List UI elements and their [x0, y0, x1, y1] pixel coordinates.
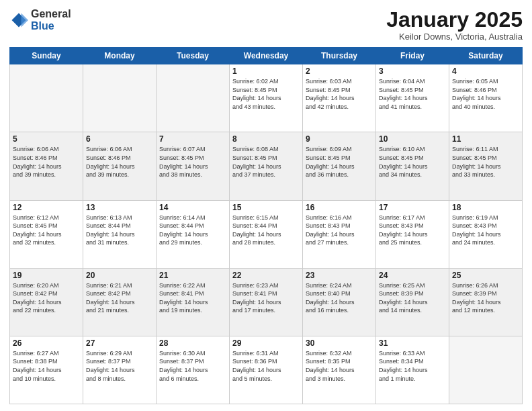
calendar-cell: 24Sunrise: 6:25 AM Sunset: 8:39 PM Dayli… — [376, 268, 449, 336]
week-row-3: 12Sunrise: 6:12 AM Sunset: 8:45 PM Dayli… — [10, 200, 523, 268]
calendar-cell: 14Sunrise: 6:14 AM Sunset: 8:44 PM Dayli… — [157, 200, 230, 268]
day-number: 2 — [306, 66, 373, 76]
day-info: Sunrise: 6:06 AM Sunset: 8:46 PM Dayligh… — [86, 145, 153, 179]
month-title: January 2025 — [386, 8, 523, 32]
day-number: 9 — [306, 134, 373, 144]
day-info: Sunrise: 6:07 AM Sunset: 8:45 PM Dayligh… — [159, 145, 226, 179]
logo-text: General Blue — [31, 8, 71, 32]
header: General Blue January 2025 Keilor Downs, … — [9, 8, 523, 42]
calendar-cell: 28Sunrise: 6:30 AM Sunset: 8:37 PM Dayli… — [157, 336, 230, 404]
calendar: SundayMondayTuesdayWednesdayThursdayFrid… — [9, 47, 523, 404]
calendar-cell: 26Sunrise: 6:27 AM Sunset: 8:38 PM Dayli… — [10, 336, 83, 404]
day-info: Sunrise: 6:31 AM Sunset: 8:36 PM Dayligh… — [232, 349, 300, 383]
calendar-cell — [157, 64, 230, 132]
day-info: Sunrise: 6:03 AM Sunset: 8:45 PM Dayligh… — [306, 77, 373, 111]
location: Keilor Downs, Victoria, Australia — [386, 32, 523, 42]
page: General Blue January 2025 Keilor Downs, … — [0, 0, 532, 411]
calendar-cell: 5Sunrise: 6:06 AM Sunset: 8:46 PM Daylig… — [10, 132, 83, 200]
day-number: 31 — [379, 338, 446, 348]
day-info: Sunrise: 6:25 AM Sunset: 8:39 PM Dayligh… — [379, 281, 446, 315]
calendar-cell — [10, 64, 83, 132]
calendar-cell: 27Sunrise: 6:29 AM Sunset: 8:37 PM Dayli… — [83, 336, 157, 404]
calendar-cell — [449, 336, 523, 404]
calendar-cell: 13Sunrise: 6:13 AM Sunset: 8:44 PM Dayli… — [83, 200, 157, 268]
calendar-cell — [83, 64, 157, 132]
week-row-2: 5Sunrise: 6:06 AM Sunset: 8:46 PM Daylig… — [10, 132, 523, 200]
day-number: 4 — [452, 66, 519, 76]
day-info: Sunrise: 6:12 AM Sunset: 8:45 PM Dayligh… — [13, 214, 80, 247]
weekday-header-saturday: Saturday — [449, 48, 523, 64]
day-number: 7 — [159, 134, 226, 144]
day-number: 1 — [232, 66, 300, 76]
calendar-cell: 31Sunrise: 6:33 AM Sunset: 8:34 PM Dayli… — [376, 336, 449, 404]
day-info: Sunrise: 6:04 AM Sunset: 8:45 PM Dayligh… — [379, 77, 446, 111]
day-number: 16 — [306, 203, 373, 212]
calendar-cell: 10Sunrise: 6:10 AM Sunset: 8:45 PM Dayli… — [376, 132, 449, 200]
calendar-cell: 1Sunrise: 6:02 AM Sunset: 8:45 PM Daylig… — [230, 64, 303, 132]
day-number: 25 — [452, 271, 519, 280]
day-number: 18 — [452, 203, 519, 212]
day-number: 11 — [452, 134, 519, 144]
day-info: Sunrise: 6:32 AM Sunset: 8:35 PM Dayligh… — [306, 349, 373, 383]
day-info: Sunrise: 6:30 AM Sunset: 8:37 PM Dayligh… — [159, 349, 226, 383]
calendar-cell: 18Sunrise: 6:19 AM Sunset: 8:43 PM Dayli… — [449, 200, 523, 268]
weekday-header-wednesday: Wednesday — [230, 48, 303, 64]
day-info: Sunrise: 6:21 AM Sunset: 8:42 PM Dayligh… — [86, 281, 153, 315]
day-info: Sunrise: 6:14 AM Sunset: 8:44 PM Dayligh… — [159, 214, 226, 247]
calendar-cell: 8Sunrise: 6:08 AM Sunset: 8:45 PM Daylig… — [230, 132, 303, 200]
calendar-cell: 3Sunrise: 6:04 AM Sunset: 8:45 PM Daylig… — [376, 64, 449, 132]
day-number: 14 — [159, 203, 226, 212]
day-info: Sunrise: 6:24 AM Sunset: 8:40 PM Dayligh… — [306, 281, 373, 315]
day-number: 5 — [13, 134, 80, 144]
day-number: 30 — [306, 338, 373, 348]
day-number: 10 — [379, 134, 446, 144]
day-info: Sunrise: 6:05 AM Sunset: 8:46 PM Dayligh… — [452, 77, 519, 111]
day-info: Sunrise: 6:13 AM Sunset: 8:44 PM Dayligh… — [86, 214, 153, 247]
day-info: Sunrise: 6:26 AM Sunset: 8:39 PM Dayligh… — [452, 281, 519, 315]
day-number: 13 — [86, 203, 153, 212]
day-info: Sunrise: 6:10 AM Sunset: 8:45 PM Dayligh… — [379, 145, 446, 179]
calendar-cell: 19Sunrise: 6:20 AM Sunset: 8:42 PM Dayli… — [10, 268, 83, 336]
day-number: 20 — [86, 271, 153, 280]
logo-icon — [9, 11, 28, 30]
day-number: 29 — [232, 338, 300, 348]
calendar-cell: 17Sunrise: 6:17 AM Sunset: 8:43 PM Dayli… — [376, 200, 449, 268]
calendar-cell: 29Sunrise: 6:31 AM Sunset: 8:36 PM Dayli… — [230, 336, 303, 404]
day-info: Sunrise: 6:33 AM Sunset: 8:34 PM Dayligh… — [379, 349, 446, 383]
day-info: Sunrise: 6:02 AM Sunset: 8:45 PM Dayligh… — [232, 77, 300, 111]
calendar-cell: 25Sunrise: 6:26 AM Sunset: 8:39 PM Dayli… — [449, 268, 523, 336]
day-info: Sunrise: 6:15 AM Sunset: 8:44 PM Dayligh… — [232, 214, 300, 247]
day-number: 24 — [379, 271, 446, 280]
weekday-header-friday: Friday — [376, 48, 449, 64]
calendar-cell: 21Sunrise: 6:22 AM Sunset: 8:41 PM Dayli… — [157, 268, 230, 336]
calendar-cell: 7Sunrise: 6:07 AM Sunset: 8:45 PM Daylig… — [157, 132, 230, 200]
calendar-cell: 2Sunrise: 6:03 AM Sunset: 8:45 PM Daylig… — [303, 64, 376, 132]
day-info: Sunrise: 6:16 AM Sunset: 8:43 PM Dayligh… — [306, 214, 373, 247]
day-info: Sunrise: 6:08 AM Sunset: 8:45 PM Dayligh… — [232, 145, 300, 179]
day-number: 8 — [232, 134, 300, 144]
day-info: Sunrise: 6:23 AM Sunset: 8:41 PM Dayligh… — [232, 281, 300, 315]
week-row-4: 19Sunrise: 6:20 AM Sunset: 8:42 PM Dayli… — [10, 268, 523, 336]
title-section: January 2025 Keilor Downs, Victoria, Aus… — [386, 8, 523, 42]
day-info: Sunrise: 6:11 AM Sunset: 8:45 PM Dayligh… — [452, 145, 519, 179]
day-number: 26 — [13, 338, 80, 348]
day-info: Sunrise: 6:06 AM Sunset: 8:46 PM Dayligh… — [13, 145, 80, 179]
day-info: Sunrise: 6:22 AM Sunset: 8:41 PM Dayligh… — [159, 281, 226, 315]
logo-general: General — [31, 8, 71, 20]
calendar-cell: 4Sunrise: 6:05 AM Sunset: 8:46 PM Daylig… — [449, 64, 523, 132]
week-row-1: 1Sunrise: 6:02 AM Sunset: 8:45 PM Daylig… — [10, 64, 523, 132]
calendar-cell: 22Sunrise: 6:23 AM Sunset: 8:41 PM Dayli… — [230, 268, 303, 336]
calendar-cell: 9Sunrise: 6:09 AM Sunset: 8:45 PM Daylig… — [303, 132, 376, 200]
weekday-header-thursday: Thursday — [303, 48, 376, 64]
weekday-header-monday: Monday — [83, 48, 157, 64]
day-number: 22 — [232, 271, 300, 280]
day-number: 6 — [86, 134, 153, 144]
weekday-header-tuesday: Tuesday — [157, 48, 230, 64]
day-info: Sunrise: 6:29 AM Sunset: 8:37 PM Dayligh… — [86, 349, 153, 383]
day-info: Sunrise: 6:20 AM Sunset: 8:42 PM Dayligh… — [13, 281, 80, 315]
day-number: 27 — [86, 338, 153, 348]
day-number: 17 — [379, 203, 446, 212]
day-info: Sunrise: 6:19 AM Sunset: 8:43 PM Dayligh… — [452, 214, 519, 247]
calendar-cell: 6Sunrise: 6:06 AM Sunset: 8:46 PM Daylig… — [83, 132, 157, 200]
day-number: 19 — [13, 271, 80, 280]
